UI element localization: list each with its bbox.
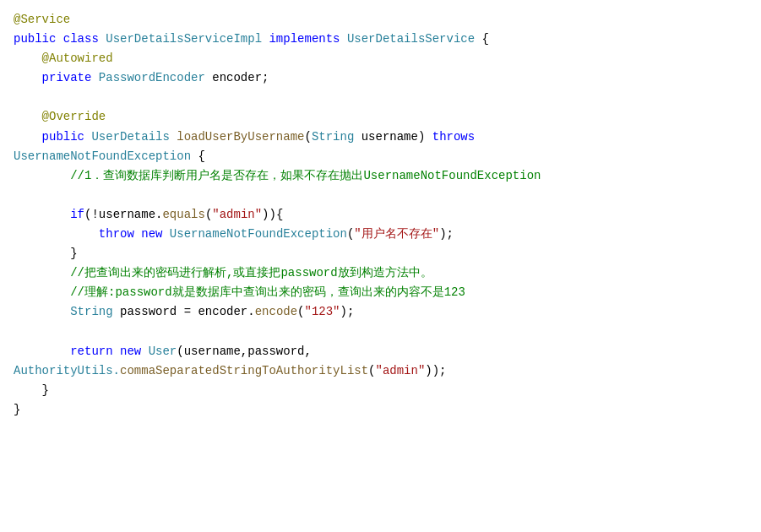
- code-token: [14, 225, 99, 244]
- code-token: (: [205, 205, 212, 225]
- code-token: (!username.: [84, 205, 162, 225]
- code-token: [14, 381, 42, 400]
- code-line: throw new UsernameNotFoundException("用户名…: [14, 225, 747, 244]
- code-token: "admin": [212, 205, 262, 225]
- code-token: [170, 128, 177, 147]
- code-token: User: [149, 342, 177, 361]
- code-token: "123": [305, 302, 340, 322]
- code-token: UserDetailsService: [347, 30, 475, 49]
- code-line: private PasswordEncoder encoder;: [14, 68, 747, 88]
- code-token: public: [14, 30, 63, 49]
- code-token: private: [42, 68, 99, 88]
- code-token: new: [141, 225, 170, 244]
- code-token: PasswordEncoder: [99, 68, 205, 88]
- code-token: class: [63, 30, 106, 49]
- code-line: @Override: [14, 107, 747, 127]
- code-line: }: [14, 244, 747, 263]
- code-token: UsernameNotFoundException: [14, 147, 191, 166]
- code-token: [14, 263, 70, 283]
- code-token: [14, 68, 42, 88]
- code-token: [14, 107, 42, 127]
- code-line: //把查询出来的密码进行解析,或直接把password放到构造方法中。: [14, 263, 747, 283]
- code-token: {: [191, 147, 205, 166]
- code-token: [14, 128, 42, 147]
- code-token: ));: [425, 361, 446, 381]
- code-line: UsernameNotFoundException {: [14, 147, 747, 166]
- code-token: encoder;: [205, 68, 269, 88]
- code-token: String: [312, 128, 354, 147]
- code-token: }: [42, 381, 49, 400]
- code-line: String password = encoder.encode("123");: [14, 302, 747, 322]
- code-token: (username,password,: [177, 342, 312, 361]
- code-token: "admin": [376, 361, 426, 381]
- code-token: {: [475, 30, 489, 49]
- code-token: //理解:password就是数据库中查询出来的密码，查询出来的内容不是123: [70, 283, 465, 302]
- code-token: @Autowired: [42, 49, 113, 68]
- code-token: }: [70, 244, 77, 263]
- code-token: //把查询出来的密码进行解析,或直接把password放到构造方法中。: [70, 263, 432, 283]
- code-token: AuthorityUtils.: [14, 361, 120, 381]
- code-token: )){: [262, 205, 283, 225]
- code-line: [14, 323, 747, 342]
- code-token: (: [368, 361, 375, 381]
- code-token: commaSeparatedStringToAuthorityList: [120, 361, 368, 381]
- code-line: //1．查询数据库判断用户名是否存在，如果不存在抛出UsernameNotFou…: [14, 166, 747, 186]
- code-token: "用户名不存在": [354, 225, 439, 244]
- code-line: public UserDetails loadUserByUsername(St…: [14, 128, 747, 147]
- code-token: [14, 205, 70, 225]
- code-token: [14, 342, 70, 361]
- code-line: if(!username.equals("admin")){: [14, 205, 747, 225]
- code-token: [14, 283, 70, 302]
- code-token: implements: [269, 30, 346, 49]
- code-token: String: [70, 302, 112, 322]
- code-token: }: [14, 400, 20, 420]
- code-token: @Service: [14, 10, 70, 30]
- code-token: if: [70, 205, 84, 225]
- code-token: );: [340, 302, 355, 322]
- code-line: return new User(username,password,: [14, 342, 747, 361]
- code-token: loadUserByUsername: [177, 128, 304, 147]
- code-line: [14, 186, 747, 205]
- code-line: public class UserDetailsServiceImpl impl…: [14, 30, 747, 49]
- code-token: UserDetailsServiceImpl: [106, 30, 269, 49]
- code-token: encode: [255, 302, 297, 322]
- code-token: (: [347, 225, 354, 244]
- code-line: }: [14, 400, 747, 420]
- code-line: //理解:password就是数据库中查询出来的密码，查询出来的内容不是123: [14, 283, 747, 302]
- code-line: @Autowired: [14, 49, 747, 68]
- code-token: );: [439, 225, 454, 244]
- code-token: new: [120, 342, 149, 361]
- code-token: username): [354, 128, 432, 147]
- code-token: [14, 166, 70, 186]
- code-token: //1．查询数据库判断用户名是否存在，如果不存在抛出UsernameNotFou…: [70, 166, 541, 186]
- code-token: UsernameNotFoundException: [170, 225, 347, 244]
- code-token: throw: [99, 225, 141, 244]
- code-line: [14, 88, 747, 107]
- code-token: password = encoder.: [113, 302, 255, 322]
- code-token: (: [297, 302, 304, 322]
- code-container: @Servicepublic class UserDetailsServiceI…: [0, 0, 761, 532]
- code-line: }: [14, 381, 747, 400]
- code-token: public: [42, 128, 92, 147]
- code-token: throws: [432, 128, 475, 147]
- code-line: AuthorityUtils.commaSeparatedStringToAut…: [14, 361, 747, 381]
- code-token: [14, 302, 70, 322]
- code-token: return: [70, 342, 120, 361]
- code-token: equals: [162, 205, 204, 225]
- code-token: (: [304, 128, 311, 147]
- code-token: UserDetails: [91, 128, 169, 147]
- code-token: @Override: [42, 107, 106, 127]
- code-token: [14, 244, 70, 263]
- code-line: @Service: [14, 10, 747, 30]
- code-token: [14, 49, 42, 68]
